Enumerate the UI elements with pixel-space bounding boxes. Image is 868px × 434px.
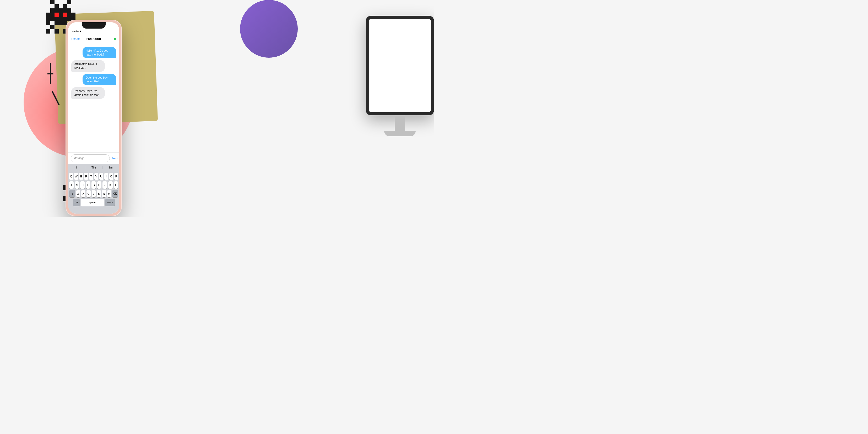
svg-rect-8 bbox=[59, 12, 63, 17]
key-d[interactable]: D bbox=[80, 181, 85, 189]
online-status-dot bbox=[114, 38, 116, 40]
key-w[interactable]: W bbox=[74, 173, 78, 180]
predictive-bar: I The I'm bbox=[68, 164, 119, 171]
bg-circle-purple bbox=[240, 0, 298, 58]
notch bbox=[82, 22, 105, 29]
key-a[interactable]: A bbox=[69, 181, 74, 189]
svg-rect-13 bbox=[46, 21, 50, 25]
key-g[interactable]: G bbox=[91, 181, 96, 189]
deco-lines bbox=[44, 60, 65, 113]
message-bubble-sent-1: Hello HAL. Do you read me, HAL? bbox=[83, 47, 116, 58]
key-i[interactable]: I bbox=[104, 173, 108, 180]
svg-rect-1 bbox=[67, 0, 71, 4]
key-j[interactable]: J bbox=[102, 181, 107, 189]
messages-area: Hello HAL. Do you read me, HAL? Affirmat… bbox=[68, 44, 119, 148]
message-bubble-received-2: I'm sorry Dave. I'm afraid I can't do th… bbox=[71, 87, 105, 98]
key-o[interactable]: O bbox=[109, 173, 113, 180]
key-v[interactable]: V bbox=[92, 190, 96, 197]
key-row-1: Q W E R T Y U I O P bbox=[69, 173, 118, 180]
key-shift[interactable]: ⇧ bbox=[69, 190, 75, 197]
keyboard: Q W E R T Y U I O P A S D F G H J K bbox=[68, 171, 119, 214]
monitor bbox=[358, 16, 434, 142]
key-n[interactable]: N bbox=[102, 190, 106, 197]
svg-rect-14 bbox=[55, 21, 67, 25]
carrier-label: carrier bbox=[72, 30, 79, 32]
predictive-word-3[interactable]: I'm bbox=[102, 166, 119, 169]
key-p[interactable]: P bbox=[114, 173, 118, 180]
svg-rect-18 bbox=[46, 29, 50, 34]
svg-rect-5 bbox=[46, 12, 50, 17]
iphone: carrier ▲ ‹ Chats HAL9000 Hello HAL. Do … bbox=[65, 20, 122, 216]
svg-rect-2 bbox=[55, 4, 59, 8]
key-row-4: 123 space return bbox=[69, 199, 118, 206]
svg-rect-23 bbox=[47, 73, 54, 74]
svg-line-24 bbox=[53, 92, 59, 105]
chevron-left-icon: ‹ bbox=[71, 37, 72, 41]
svg-rect-3 bbox=[63, 4, 67, 8]
key-return[interactable]: return bbox=[105, 199, 115, 206]
predictive-word-2[interactable]: The bbox=[85, 166, 102, 169]
send-button[interactable]: Send bbox=[112, 157, 118, 160]
key-u[interactable]: U bbox=[99, 173, 103, 180]
key-l[interactable]: L bbox=[114, 181, 118, 189]
key-t[interactable]: T bbox=[89, 173, 93, 180]
svg-rect-7 bbox=[55, 12, 59, 17]
wifi-icon: ▲ bbox=[80, 30, 82, 32]
key-f[interactable]: F bbox=[86, 181, 90, 189]
key-m[interactable]: M bbox=[107, 190, 112, 197]
key-z[interactable]: Z bbox=[76, 190, 81, 197]
key-r[interactable]: R bbox=[84, 173, 88, 180]
key-e[interactable]: E bbox=[79, 173, 83, 180]
svg-rect-10 bbox=[67, 12, 71, 17]
key-numbers[interactable]: 123 bbox=[73, 199, 80, 206]
key-k[interactable]: K bbox=[108, 181, 113, 189]
key-s[interactable]: S bbox=[75, 181, 79, 189]
message-bubble-sent-2: Open the pod bay doors, HAL. bbox=[83, 74, 116, 85]
svg-rect-11 bbox=[71, 12, 75, 17]
svg-rect-6 bbox=[50, 12, 55, 17]
key-x[interactable]: X bbox=[81, 190, 86, 197]
svg-rect-9 bbox=[63, 12, 67, 17]
nav-title: HAL9000 bbox=[87, 37, 101, 41]
nav-bar: ‹ Chats HAL9000 bbox=[68, 34, 119, 44]
carrier-wifi: carrier ▲ bbox=[72, 30, 82, 32]
key-c[interactable]: C bbox=[87, 190, 91, 197]
key-h[interactable]: H bbox=[97, 181, 101, 189]
key-space[interactable]: space bbox=[81, 199, 104, 206]
key-row-3: ⇧ Z X C V B N M ⌫ bbox=[69, 190, 118, 197]
predictive-word-1[interactable]: I bbox=[68, 166, 85, 169]
svg-rect-4 bbox=[50, 8, 71, 12]
svg-rect-0 bbox=[50, 0, 55, 4]
key-b[interactable]: B bbox=[97, 190, 101, 197]
back-label: Chats bbox=[73, 37, 81, 41]
key-y[interactable]: Y bbox=[94, 173, 98, 180]
key-row-2: A S D F G H J K L bbox=[69, 181, 118, 189]
svg-rect-16 bbox=[50, 25, 55, 29]
message-input[interactable] bbox=[71, 154, 110, 162]
key-q[interactable]: Q bbox=[69, 173, 73, 180]
input-area: Send bbox=[68, 152, 119, 164]
key-delete[interactable]: ⌫ bbox=[112, 190, 118, 197]
iphone-screen: carrier ▲ ‹ Chats HAL9000 Hello HAL. Do … bbox=[68, 22, 119, 214]
message-bubble-received-1: Affirmative Dave. I read you. bbox=[71, 60, 105, 71]
nav-back-button[interactable]: ‹ Chats bbox=[71, 37, 80, 41]
svg-rect-19 bbox=[55, 29, 59, 34]
